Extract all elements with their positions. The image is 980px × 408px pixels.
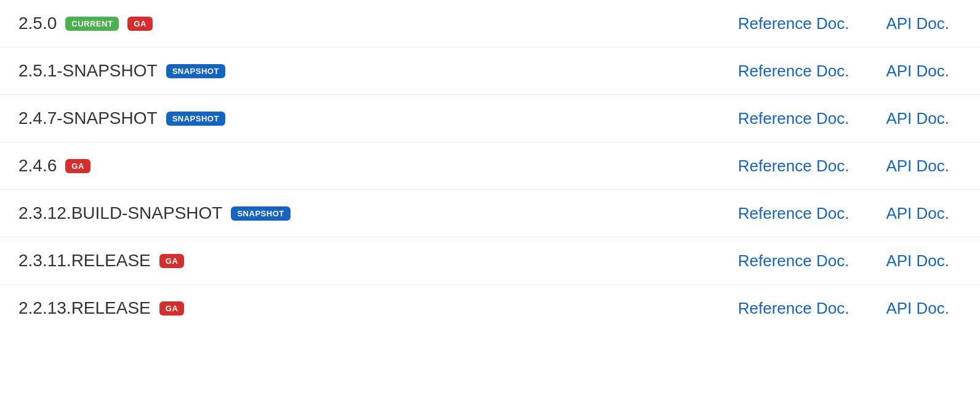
links-cell: Reference Doc.API Doc.: [738, 14, 949, 33]
api-doc-link[interactable]: API Doc.: [886, 14, 949, 33]
version-cell: 2.3.11.RELEASEGA: [18, 251, 738, 271]
reference-doc-link[interactable]: Reference Doc.: [738, 299, 849, 318]
table-row: 2.4.7-SNAPSHOTSNAPSHOTReference Doc.API …: [0, 95, 980, 142]
version-cell: 2.3.12.BUILD-SNAPSHOTSNAPSHOT: [18, 203, 738, 223]
badge-ga: GA: [159, 301, 185, 316]
table-row: 2.5.0CURRENTGAReference Doc.API Doc.: [0, 0, 980, 47]
badge-snapshot: SNAPSHOT: [166, 112, 225, 126]
reference-doc-link[interactable]: Reference Doc.: [738, 204, 849, 223]
api-doc-link[interactable]: API Doc.: [886, 251, 949, 271]
table-row: 2.3.11.RELEASEGAReference Doc.API Doc.: [0, 237, 980, 285]
links-cell: Reference Doc.API Doc.: [738, 157, 949, 176]
badge-ga: GA: [127, 17, 153, 31]
api-doc-link[interactable]: API Doc.: [886, 204, 949, 223]
api-doc-link[interactable]: API Doc.: [886, 109, 949, 128]
version-cell: 2.5.0CURRENTGA: [18, 14, 738, 33]
badge-ga: GA: [65, 159, 90, 173]
badge-snapshot: SNAPSHOT: [166, 64, 225, 78]
version-cell: 2.2.13.RELEASEGA: [18, 298, 738, 318]
version-text: 2.5.1-SNAPSHOT: [18, 61, 158, 81]
version-cell: 2.5.1-SNAPSHOTSNAPSHOT: [18, 61, 738, 81]
badge-ga: GA: [159, 254, 185, 268]
table-row: 2.4.6GAReference Doc.API Doc.: [0, 142, 980, 190]
version-text: 2.4.7-SNAPSHOT: [18, 108, 158, 128]
badge-snapshot: SNAPSHOT: [231, 206, 290, 221]
reference-doc-link[interactable]: Reference Doc.: [738, 157, 849, 176]
versions-table: 2.5.0CURRENTGAReference Doc.API Doc.2.5.…: [0, 0, 980, 332]
version-text: 2.4.6: [18, 156, 57, 176]
reference-doc-link[interactable]: Reference Doc.: [738, 62, 849, 81]
version-text: 2.2.13.RELEASE: [18, 298, 151, 318]
version-text: 2.5.0: [18, 14, 57, 33]
api-doc-link[interactable]: API Doc.: [886, 157, 949, 176]
links-cell: Reference Doc.API Doc.: [738, 62, 949, 81]
table-row: 2.2.13.RELEASEGAReference Doc.API Doc.: [0, 285, 980, 332]
reference-doc-link[interactable]: Reference Doc.: [738, 14, 849, 33]
reference-doc-link[interactable]: Reference Doc.: [738, 251, 849, 271]
version-cell: 2.4.6GA: [18, 156, 738, 176]
links-cell: Reference Doc.API Doc.: [738, 299, 949, 318]
links-cell: Reference Doc.API Doc.: [738, 251, 949, 271]
links-cell: Reference Doc.API Doc.: [738, 204, 949, 223]
badge-current: CURRENT: [65, 17, 119, 31]
api-doc-link[interactable]: API Doc.: [886, 62, 949, 81]
table-row: 2.3.12.BUILD-SNAPSHOTSNAPSHOTReference D…: [0, 190, 980, 237]
version-cell: 2.4.7-SNAPSHOTSNAPSHOT: [18, 108, 738, 128]
reference-doc-link[interactable]: Reference Doc.: [738, 109, 849, 128]
links-cell: Reference Doc.API Doc.: [738, 109, 949, 128]
table-row: 2.5.1-SNAPSHOTSNAPSHOTReference Doc.API …: [0, 47, 980, 95]
version-text: 2.3.11.RELEASE: [18, 251, 151, 271]
version-text: 2.3.12.BUILD-SNAPSHOT: [18, 203, 222, 223]
api-doc-link[interactable]: API Doc.: [886, 299, 949, 318]
